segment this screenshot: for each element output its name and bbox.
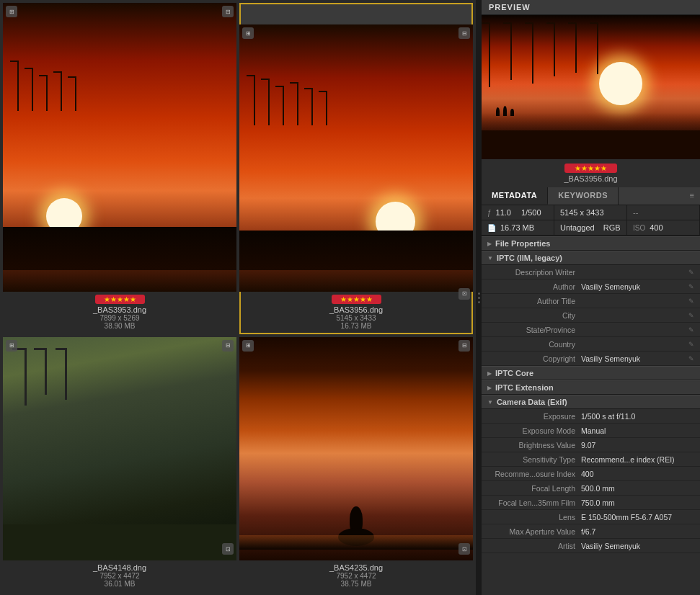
stat-dimensions: 5145 x 3433 <box>554 205 627 220</box>
label-recomm-index: Recomme...osure Index <box>487 470 581 478</box>
tab-keywords[interactable]: KEYWORDS <box>548 187 619 205</box>
grid-panel: ⊞ ⊟ ★★★★★ _BAS3953.dng 7899 x 5269 38.90… <box>0 0 476 595</box>
value-brightness: 9.07 <box>581 441 694 449</box>
corner-icon-tr-4[interactable]: ⊟ <box>458 340 470 352</box>
exif-row-exposure: Exposure 1/500 s at f/11.0 <box>482 409 700 424</box>
preview-label: PREVIEW <box>489 3 531 12</box>
stat-colorspace: Untagged RGB <box>554 220 627 236</box>
edit-icon-state[interactable]: ✎ <box>688 326 694 334</box>
exif-row-lens: Lens E 150-500mm F5-6.7 A057 <box>482 510 700 524</box>
value-lens: E 150-500mm F5-6.7 A057 <box>581 513 694 522</box>
stat-unknown1: -- <box>627 205 700 220</box>
corner-icon-tl-2[interactable]: ⊞ <box>242 27 254 39</box>
exif-row-brightness: Brightness Value 9.07 <box>482 438 700 452</box>
tab-metadata[interactable]: METADATA <box>482 187 548 205</box>
iptc-row-description-writer: Description Writer ✎ <box>482 265 700 279</box>
stat-aperture: ƒ 11.0 1/500 <box>482 205 554 220</box>
value-sensitivity-type: Recommend...e index (REI) <box>581 455 694 464</box>
section-file-properties[interactable]: ▶ File Properties <box>482 236 700 251</box>
iptc-row-author: Author Vasiliy Semenyuk ✎ <box>482 279 700 294</box>
label-description-writer: Description Writer <box>487 268 581 277</box>
shutter-value: 1/500 <box>521 208 541 217</box>
section-iptc-extension[interactable]: ▶ IPTC Extension <box>482 380 700 395</box>
menu-icon[interactable]: ≡ <box>684 187 700 205</box>
thumb-info-1: ★★★★★ _BAS3953.dng 7899 x 5269 38.90 MB <box>3 292 236 334</box>
colorspace-value: RGB <box>603 223 621 232</box>
arrow-iptc-core: ▶ <box>487 370 492 377</box>
exif-row-focal-length: Focal Length 500.0 mm <box>482 481 700 496</box>
thumbnail-2[interactable]: ⊞ ⊟ ★★★★★ _BAS3956.dng 5145 x 3433 16.73… <box>239 3 473 334</box>
label-lens: Lens <box>487 513 581 522</box>
stat-iso: ISO 400 <box>627 220 700 236</box>
label-state: State/Province <box>487 326 581 334</box>
tag-value: Untagged <box>560 223 595 232</box>
label-author-title: Author Title <box>487 297 581 305</box>
stats-bar: ƒ 11.0 1/500 5145 x 3433 -- 📄 16.73 MB U… <box>482 205 700 236</box>
thumbnail-4[interactable]: ⊞ ⊟ _BAS4235.dng 7952 x 4472 38.75 MB ⊡ <box>239 337 473 593</box>
label-country: Country <box>487 340 581 349</box>
edit-icon-copyright[interactable]: ✎ <box>688 355 694 362</box>
stars-2: ★★★★★ <box>332 295 381 304</box>
exif-row-exposure-mode: Exposure Mode Manual <box>482 424 700 438</box>
bottom-icon-4[interactable]: ⊡ <box>458 543 470 555</box>
dims-1: 7899 x 5269 <box>4 314 235 322</box>
arrow-iptc-extension: ▶ <box>487 385 492 391</box>
thumbnail-1[interactable]: ⊞ ⊟ ★★★★★ _BAS3953.dng 7899 x 5269 38.90… <box>3 3 236 334</box>
preview-name-row: ★★★★★ _BAS3956.dng <box>482 159 700 187</box>
section-iptc-core[interactable]: ▶ IPTC Core <box>482 366 700 380</box>
label-sensitivity-type: Sensitivity Type <box>487 455 581 464</box>
edit-icon-author[interactable]: ✎ <box>688 283 694 290</box>
filesize-icon: 📄 <box>487 224 496 232</box>
exif-row-max-aperture: Max Aperture Value f/6.7 <box>482 524 700 539</box>
exif-row-focal-35mm: Focal Len...35mm Film 750.0 mm <box>482 496 700 510</box>
iptc-row-country: Country ✎ <box>482 337 700 352</box>
bottom-icon-3[interactable]: ⊡ <box>222 543 234 555</box>
arrow-file-properties: ▶ <box>487 241 492 247</box>
section-iptc-iim[interactable]: ▼ IPTC (IIM, legacy) <box>482 251 700 265</box>
corner-icon-tr-2[interactable]: ⊟ <box>458 27 470 39</box>
iptc-row-state: State/Province ✎ <box>482 323 700 337</box>
section-title-iptc-iim: IPTC (IIM, legacy) <box>497 254 562 262</box>
thumb-info-3: _BAS4148.dng 7952 x 4472 36.01 MB <box>3 560 236 592</box>
value-focal-35mm: 750.0 mm <box>581 498 694 507</box>
stars-1: ★★★★★ <box>95 295 145 304</box>
corner-icon-tr-3[interactable]: ⊟ <box>222 340 234 352</box>
divider-handle <box>478 292 480 303</box>
corner-icon-tl-4[interactable]: ⊞ <box>242 340 254 352</box>
size-2: 16.73 MB <box>241 322 471 330</box>
filename-2: _BAS3956.dng <box>241 305 471 314</box>
label-copyright: Copyright <box>487 354 581 363</box>
section-title-iptc-extension: IPTC Extension <box>495 383 554 392</box>
exif-row-recomm-index: Recomme...osure Index 400 <box>482 467 700 481</box>
iptc-row-author-title: Author Title ✎ <box>482 294 700 308</box>
value-artist: Vasiliy Semenyuk <box>581 542 694 550</box>
aperture-icon: ƒ <box>487 209 492 217</box>
aperture-value: 11.0 <box>496 208 511 217</box>
preview-stars: ★★★★★ <box>564 164 617 173</box>
dims-4: 7952 x 4472 <box>241 572 471 580</box>
corner-icon-tr-1[interactable]: ⊟ <box>222 6 234 17</box>
bottom-icon-2[interactable]: ⊡ <box>458 288 470 300</box>
right-panel: PREVIEW ★★★★★ _BAS3956.dng METADATA KEYW… <box>482 0 700 595</box>
arrow-camera-data: ▼ <box>487 399 493 406</box>
value-exposure-mode: Manual <box>581 426 694 435</box>
edit-icon-city[interactable]: ✎ <box>688 312 694 319</box>
size-1: 38.90 MB <box>4 322 235 330</box>
preview-filename: _BAS3956.dng <box>564 174 617 183</box>
corner-icon-tl-1[interactable]: ⊞ <box>6 6 17 17</box>
dims-2: 5145 x 3433 <box>241 314 471 322</box>
filename-4: _BAS4235.dng <box>241 563 471 572</box>
thumb-info-2: ★★★★★ _BAS3956.dng 5145 x 3433 16.73 MB <box>239 292 473 334</box>
value-copyright: Vasiliy Semenyuk <box>581 354 686 363</box>
panel-divider[interactable] <box>476 0 482 595</box>
value-recomm-index: 400 <box>581 470 694 478</box>
thumb-info-4: _BAS4235.dng 7952 x 4472 38.75 MB <box>239 560 473 592</box>
edit-icon-author-title[interactable]: ✎ <box>688 298 694 305</box>
section-camera-data[interactable]: ▼ Camera Data (Exif) <box>482 395 700 409</box>
corner-icon-tl-3[interactable]: ⊞ <box>6 340 17 352</box>
label-city: City <box>487 311 581 320</box>
preview-header: PREVIEW <box>482 0 700 15</box>
edit-icon-country[interactable]: ✎ <box>688 341 694 348</box>
thumbnail-3[interactable]: ⊞ ⊟ _BAS4148.dng 7952 x 4472 36.01 MB ⊡ <box>3 337 236 593</box>
edit-icon-description-writer[interactable]: ✎ <box>688 269 694 276</box>
